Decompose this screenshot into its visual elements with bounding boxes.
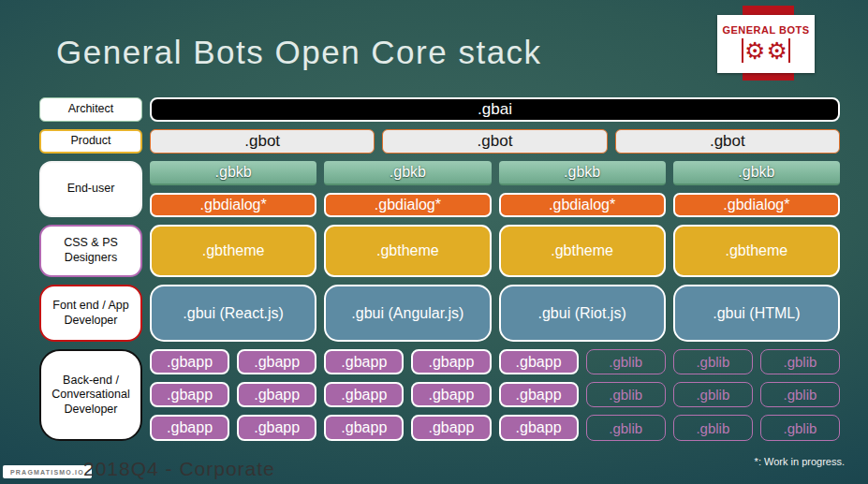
gbapp-box: .gbapp <box>324 382 404 407</box>
gbapp-box: .gbapp <box>150 382 229 407</box>
layer-gbdialog: .gbdialog* .gbdialog* .gbdialog* .gbdial… <box>150 193 840 217</box>
gbtheme-box: .gbtheme <box>150 225 316 277</box>
slide-label: 2018Q4 - Corporate <box>83 458 275 480</box>
gbapp-box: .gbapp <box>324 349 404 374</box>
gbai-box: .gbai <box>150 97 840 122</box>
logo-left-bar <box>742 38 744 63</box>
layer-backend-row-2: .gbapp .gbapp .gbapp .gbapp .gbapp .gbli… <box>150 382 840 407</box>
gbapp-box: .gbapp <box>499 349 579 374</box>
gbkb-box: .gbkb <box>324 161 491 185</box>
role-label-product: Product <box>39 129 142 154</box>
gbapp-box: .gbapp <box>324 415 404 441</box>
gbui-html-box: .gbui (HTML) <box>673 285 840 342</box>
role-label-end-user: End-user <box>39 161 142 217</box>
gbui-react-box: .gbui (React.js) <box>150 285 316 342</box>
gblib-box: .gblib <box>586 382 666 407</box>
gbdialog-box: .gbdialog* <box>324 193 491 217</box>
gblib-box: .gblib <box>586 415 666 441</box>
logo-right-bar <box>788 38 791 63</box>
gbdialog-box: .gbdialog* <box>150 193 316 217</box>
layer-backend-row-3: .gbapp .gbapp .gbapp .gbapp .gbapp .gbli… <box>150 415 840 441</box>
gear-icon: ⚙ <box>767 38 787 63</box>
gbkb-box: .gbkb <box>150 161 316 185</box>
page-title: General Bots Open Core stack <box>56 34 542 71</box>
gbdialog-box: .gbdialog* <box>673 193 840 217</box>
layer-backend-row-1: .gbapp .gbapp .gbapp .gbapp .gbapp .gbli… <box>150 349 840 374</box>
gbapp-box: .gbapp <box>237 415 316 441</box>
gbtheme-box: .gbtheme <box>673 225 840 277</box>
pragmatismo-logo: PRAGMATISMO.IO <box>3 465 92 478</box>
gblib-box: .gblib <box>760 349 840 374</box>
gbkb-box: .gbkb <box>673 161 840 185</box>
gbapp-box: .gbapp <box>237 382 316 407</box>
slide: General Bots Open Core stack GENERAL BOT… <box>0 0 868 484</box>
gbapp-box: .gbapp <box>150 415 229 441</box>
gbtheme-box: .gbtheme <box>324 225 491 277</box>
logo-gears: ⚙ ⚙ <box>742 37 791 65</box>
gbapp-box: .gbapp <box>411 382 491 407</box>
role-label-designers: CSS & PS Designers <box>39 225 142 277</box>
gblib-box: .gblib <box>673 415 753 441</box>
gbot-box: .gbot <box>382 129 607 154</box>
gbapp-box: .gbapp <box>237 349 316 374</box>
gbot-box: .gbot <box>150 129 375 154</box>
gbot-box: .gbot <box>615 129 840 154</box>
role-label-architect: Architect <box>39 97 142 122</box>
gblib-box: .gblib <box>673 382 753 407</box>
gblib-box: .gblib <box>760 382 840 407</box>
role-label-frontend-developer: Font end / App Developer <box>39 285 142 342</box>
layer-gbot: .gbot .gbot .gbot <box>150 129 840 154</box>
gblib-box: .gblib <box>586 349 666 374</box>
gbapp-box: .gbapp <box>499 382 579 407</box>
gear-icon: ⚙ <box>744 38 765 63</box>
gbdialog-box: .gbdialog* <box>499 193 666 217</box>
layer-gbai: .gbai <box>150 97 840 122</box>
gblib-box: .gblib <box>760 415 840 441</box>
gbapp-box: .gbapp <box>499 415 579 441</box>
work-in-progress-note: *: Work in progress. <box>755 456 845 467</box>
general-bots-logo: GENERAL BOTS ⚙ ⚙ <box>717 15 815 73</box>
layer-gbkb: .gbkb .gbkb .gbkb .gbkb <box>150 161 840 185</box>
gbui-riot-box: .gbui (Riot.js) <box>499 285 666 342</box>
gblib-box: .gblib <box>673 349 753 374</box>
stack-diagram: Architect Product End-user CSS & PS Desi… <box>39 97 840 441</box>
gbtheme-box: .gbtheme <box>499 225 666 277</box>
gbapp-box: .gbapp <box>411 349 491 374</box>
layer-gbui: .gbui (React.js) .gbui (Angular.js) .gbu… <box>150 285 840 342</box>
logo-brand-text: GENERAL BOTS <box>722 24 809 36</box>
role-label-backend-developer: Back-end / Conversational Developer <box>39 349 142 441</box>
gbui-angular-box: .gbui (Angular.js) <box>324 285 491 342</box>
gbapp-box: .gbapp <box>150 349 229 374</box>
layer-gbtheme: .gbtheme .gbtheme .gbtheme .gbtheme <box>150 225 840 277</box>
gbkb-box: .gbkb <box>499 161 666 185</box>
gbapp-box: .gbapp <box>411 415 491 441</box>
